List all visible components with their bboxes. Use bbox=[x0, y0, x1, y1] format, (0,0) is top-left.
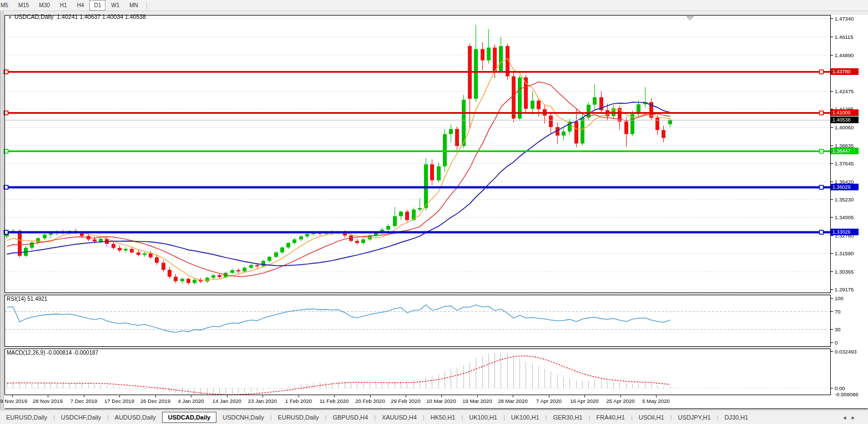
timeframe-button-m15[interactable]: M15 bbox=[14, 0, 33, 11]
date-label: 1 Feb 2020 bbox=[285, 398, 312, 404]
tab-usdcad-daily[interactable]: USDCAD,Daily bbox=[162, 412, 216, 423]
chart-canvas[interactable] bbox=[0, 0, 868, 424]
tab-hk50-h1[interactable]: HK50,H1 bbox=[425, 412, 462, 422]
hline-price-label-1.43780: 1.43780 bbox=[831, 68, 859, 75]
timeframe-button-d1[interactable]: D1 bbox=[89, 0, 105, 11]
date-label: 5 May 2020 bbox=[642, 398, 670, 404]
rsi-pane-label: RSI(14) 51.4921 bbox=[7, 296, 47, 302]
date-label: 14 Jan 2020 bbox=[213, 398, 241, 404]
tab-scroll-left-icon[interactable]: ◂ bbox=[843, 414, 852, 421]
tab-usoil-h1[interactable]: USOil,H1 bbox=[633, 412, 670, 422]
tab-ger30-h1[interactable]: GER30,H1 bbox=[547, 412, 588, 422]
macd-indicator-name: MACD(12,26,9) bbox=[7, 350, 45, 356]
symbol-menu-icon[interactable]: ▼ bbox=[8, 15, 12, 20]
timeframe-button-m30[interactable]: M30 bbox=[34, 0, 54, 11]
date-label: 7 Dec 2019 bbox=[70, 398, 98, 404]
timeframe-button-h1[interactable]: H1 bbox=[55, 0, 72, 11]
hline-price-label-1.33026: 1.33026 bbox=[831, 229, 859, 235]
timeframe-button-m5[interactable]: M5 bbox=[0, 0, 13, 11]
rsi-indicator-value: 51.4921 bbox=[27, 296, 47, 302]
current-price-label: 1.40538 bbox=[831, 117, 859, 123]
date-label: 19 Mar 2020 bbox=[462, 398, 492, 404]
date-label: 29 Feb 2020 bbox=[391, 398, 420, 404]
timeframe-toolbar: M5M15M30H1H4D1W1MN bbox=[0, 0, 868, 11]
tab-eurusd-daily[interactable]: EURUSD,Daily bbox=[0, 412, 53, 422]
macd-indicator-values: -0.000814 -0.000187 bbox=[47, 350, 98, 356]
tab-fra40-h1[interactable]: FRA40,H1 bbox=[591, 412, 631, 422]
date-label: 23 Jan 2020 bbox=[248, 398, 277, 404]
tab-uk100-h1[interactable]: UK100,H1 bbox=[463, 412, 503, 422]
tab-gbpusd-h4[interactable]: GBPUSD,H4 bbox=[326, 412, 374, 422]
tab-audusd-daily[interactable]: AUDUSD,Daily bbox=[109, 412, 162, 422]
symbol-tab-bar: EURUSD,Daily|USDCHF,Daily|AUDUSD,DailyUS… bbox=[0, 410, 868, 424]
chart-title: ▼USDCAD,Daily 1.40241 1.40637 1.40034 1.… bbox=[8, 13, 146, 20]
hline-price-label-1.36029: 1.36029 bbox=[831, 184, 859, 190]
tab-usdjpy-h1[interactable]: USDJPY,H1 bbox=[672, 412, 716, 422]
tab-usdcnh-daily[interactable]: USDCNH,Daily bbox=[216, 412, 270, 422]
timeframe-button-w1[interactable]: W1 bbox=[107, 0, 124, 11]
tab-uk100-h1[interactable]: UK100,H1 bbox=[505, 412, 546, 422]
date-label: 20 Feb 2020 bbox=[355, 398, 385, 404]
date-label: 19 Nov 2019 bbox=[0, 398, 27, 404]
toolbar-separator bbox=[147, 2, 147, 9]
hline-price-label-1.41000: 1.41000 bbox=[831, 109, 859, 116]
tab-eurusd-daily[interactable]: EURUSD,Daily bbox=[272, 412, 325, 422]
date-label: 25 Apr 2020 bbox=[606, 398, 634, 404]
tab-xauusd-h4[interactable]: XAUUSD,H4 bbox=[376, 412, 423, 422]
timeframe-button-h4[interactable]: H4 bbox=[73, 0, 89, 11]
tab-scroll-right-icon[interactable]: ▸ bbox=[851, 414, 860, 421]
trading-terminal-window: M5M15M30H1H4D1W1MN ▼USDCAD,Daily 1.40241… bbox=[0, 0, 868, 424]
date-label: 26 Dec 2019 bbox=[140, 398, 170, 404]
date-label: 7 Apr 2020 bbox=[536, 398, 562, 404]
date-label: 11 Feb 2020 bbox=[320, 398, 349, 404]
date-label: 28 Mar 2020 bbox=[498, 398, 527, 404]
date-label: 10 Mar 2020 bbox=[426, 398, 456, 404]
chart-title-ohlc: 1.40241 1.40637 1.40034 1.40538 bbox=[57, 13, 146, 20]
tab-nav: ◂▸ bbox=[843, 414, 860, 421]
date-label: 17 Dec 2019 bbox=[104, 398, 134, 404]
macd-pane-label: MACD(12,26,9) -0.000814 -0.000187 bbox=[7, 350, 98, 356]
date-label: 16 Apr 2020 bbox=[570, 398, 598, 404]
rsi-indicator-name: RSI(14) bbox=[7, 296, 26, 302]
date-label: 28 Nov 2019 bbox=[33, 398, 63, 404]
hline-price-label-1.38447: 1.38447 bbox=[831, 148, 859, 154]
tab-usdchf-daily[interactable]: USDCHF,Daily bbox=[55, 412, 107, 422]
chart-title-symbol: USDCAD,Daily bbox=[14, 13, 54, 20]
date-label: 4 Jan 2020 bbox=[178, 398, 204, 404]
tab-dj30-h1[interactable]: DJ30,H1 bbox=[718, 412, 754, 422]
timeframe-button-mn[interactable]: MN bbox=[125, 0, 143, 11]
